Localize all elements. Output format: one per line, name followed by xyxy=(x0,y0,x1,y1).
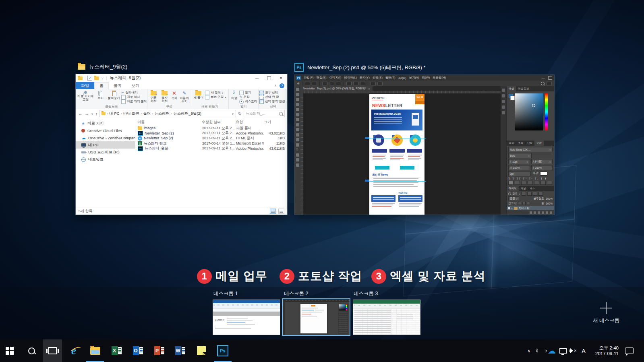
battery-icon[interactable] xyxy=(535,339,547,362)
invert-selection-button: 선택 영역 반전 xyxy=(259,99,286,103)
new-desktop-label: 새 데스크톱 xyxy=(593,317,619,324)
tab-swatches: 색상 견본 xyxy=(516,86,531,91)
search-text: 뉴스레터_... xyxy=(246,111,265,116)
select-none-icon xyxy=(259,95,264,99)
desktop-3-thumbnail[interactable] xyxy=(353,300,420,335)
folder-icon xyxy=(138,126,142,130)
copy-to-button: 복사 위치 xyxy=(159,90,170,103)
start-button[interactable] xyxy=(0,339,19,362)
new-folder-button: 새 폴더 xyxy=(192,90,205,100)
select-all-button: 모두 선택 xyxy=(259,91,286,95)
rename-icon: ✎ xyxy=(181,91,187,96)
tab-share: 공유 xyxy=(109,82,126,89)
history-icon xyxy=(239,99,244,104)
taskbar-file-explorer[interactable] xyxy=(85,339,105,362)
excel-icon: X xyxy=(112,346,122,355)
creative-cloud-icon xyxy=(81,129,85,132)
menu-help: 도움말(H) xyxy=(433,76,446,80)
desktop-1-thumbnail[interactable]: ZENITH xyxy=(213,300,280,335)
desktop-1-label[interactable]: 데스크톱 1 xyxy=(213,290,238,297)
clock-time: 오후 2:40 xyxy=(599,345,619,351)
search-input: 뉴스레터_... xyxy=(244,110,285,117)
tab-properties: 속성 xyxy=(507,141,516,146)
recent-locations-icon: ∨ xyxy=(91,112,93,116)
explorer-preview-title: 뉴스레터_9월(2) xyxy=(89,63,127,70)
document-tab: Newletter_Sep (2).psd @ 50% (5)테크팁, RGB/… xyxy=(301,86,373,91)
taskbar-word[interactable]: W xyxy=(170,339,190,362)
edit-icon: ✎ xyxy=(239,95,242,99)
guide-line xyxy=(368,139,426,139)
sidebar-item-creative-cloud: Creative Cloud Files xyxy=(76,127,135,134)
network-icon xyxy=(81,157,86,162)
layer-group-icon xyxy=(514,207,518,210)
character-panel-tabs: 속성 조정 단락 문자 xyxy=(507,141,554,146)
easy-access-icon xyxy=(205,95,209,99)
taskbar-clock[interactable]: 오후 2:40 2017-09-11 xyxy=(587,339,619,362)
foreground-background-swatches xyxy=(508,93,515,139)
tab-layers: 레이어 xyxy=(507,186,519,191)
tray-hidden-icons-chevron[interactable]: ∧ xyxy=(524,339,534,362)
taskbar-excel[interactable]: X xyxy=(107,339,126,362)
ribbon-tab-bar: 파일 홈 공유 보기 ∧ ? xyxy=(76,82,287,89)
color-cursor xyxy=(532,104,535,107)
onedrive-tray-icon[interactable]: ☁ xyxy=(546,339,557,362)
action-center-button[interactable] xyxy=(622,339,636,362)
panel-icon xyxy=(502,111,505,114)
hand-tool-icon xyxy=(296,158,299,161)
column-header-date: 수정한 날짜 xyxy=(200,119,236,125)
sidebar-item-usb-drive: USB 드라이브 (F:) xyxy=(76,149,135,156)
desktop-3-label[interactable]: 데스크톱 3 xyxy=(354,290,378,297)
new-item-icon xyxy=(205,91,209,95)
techtip-heading: Tech Tip xyxy=(398,192,422,194)
search-button[interactable] xyxy=(22,339,41,362)
taskbar-outlook[interactable]: O xyxy=(128,339,147,362)
photoshop-window-preview[interactable]: Ps 파일(F) 편집(E) 이미지(I) 레이어(L) 문자(Y) 선택(S)… xyxy=(294,75,554,215)
panel-icon xyxy=(502,94,505,97)
taskbar-internet-explorer[interactable]: e xyxy=(64,339,83,362)
explorer-window-preview[interactable]: | ✓ ∨ | 뉴스레터_9월(2) — ✕ 파일 홈 공유 보기 ∧ ? xyxy=(76,74,287,215)
details-view-icon xyxy=(270,209,276,214)
select-all-icon xyxy=(259,91,264,95)
menu-file: 파일(F) xyxy=(304,76,314,80)
it-news-heading: 최신 IT News xyxy=(372,173,420,178)
taskbar-powerpoint[interactable]: P xyxy=(149,339,169,362)
photoshop-menubar: Ps 파일(F) 편집(E) 이미지(I) 레이어(L) 문자(Y) 선택(S)… xyxy=(294,75,554,81)
copy-to-icon xyxy=(162,91,168,95)
blend-mode-row: 표준∨ 불투명도: 100% xyxy=(507,196,554,201)
network-icon[interactable] xyxy=(557,339,569,362)
file-explorer-icon xyxy=(90,347,100,355)
volume-muted-icon[interactable]: ✕ xyxy=(567,339,579,362)
new-desktop-button[interactable]: 새 데스크톱 xyxy=(584,302,628,324)
desktop-2-thumbnail[interactable] xyxy=(282,298,350,336)
ribbon-group-select: 모두 선택 선택 안 함 선택 영역 반전 선택 xyxy=(259,89,287,109)
newsletter-document: ZENITH Vol. 03 NEWSLETTER InstallShield … xyxy=(369,94,425,215)
taskbar-sticky-notes[interactable] xyxy=(192,339,211,362)
leading-field: A(자동)∨ xyxy=(531,159,553,164)
photoshop-preview-header[interactable]: Ps Newletter_Sep (2).psd @ 50% (5)테크팁, R… xyxy=(294,63,426,72)
visibility-eye-icon xyxy=(508,207,510,209)
fill-value: 100% xyxy=(546,202,553,205)
newsletter-title: NEWSLETTER xyxy=(372,103,402,108)
taskbar-photoshop[interactable]: Ps xyxy=(213,339,232,362)
annotation-2: 2 포토샵 작업 xyxy=(280,268,362,284)
annotation-number: 3 xyxy=(371,269,386,284)
layers-panel-tabs: 레이어 채널 패스 xyxy=(507,186,554,191)
annotation-3: 3 엑셀 및 자료 분석 xyxy=(371,268,485,284)
eyedropper-tool-icon xyxy=(296,113,299,116)
tag-icon xyxy=(391,134,403,146)
vertical-scale-field: IT100% xyxy=(508,165,530,170)
menu-3d: 3D(D) xyxy=(398,76,406,80)
text-color-swatch xyxy=(540,172,547,176)
group-label-new: 새로 만들기 xyxy=(191,104,228,109)
hue-slider xyxy=(545,93,548,130)
collapsed-panel-strip xyxy=(501,86,507,215)
photoshop-toolbar: T xyxy=(294,86,301,215)
desktop-2-label[interactable]: 데스크톱 2 xyxy=(284,290,308,297)
quick-access-dropdown: ∨ xyxy=(101,76,104,80)
filter-kind-label: 종류 xyxy=(512,192,518,196)
explorer-preview-header[interactable]: 뉴스레터_9월(2) xyxy=(78,63,127,70)
task-view-button[interactable] xyxy=(43,339,62,362)
back-icon: ← xyxy=(78,111,83,116)
up-icon: ↑ xyxy=(95,111,98,116)
close-button: ✕ xyxy=(275,74,287,82)
